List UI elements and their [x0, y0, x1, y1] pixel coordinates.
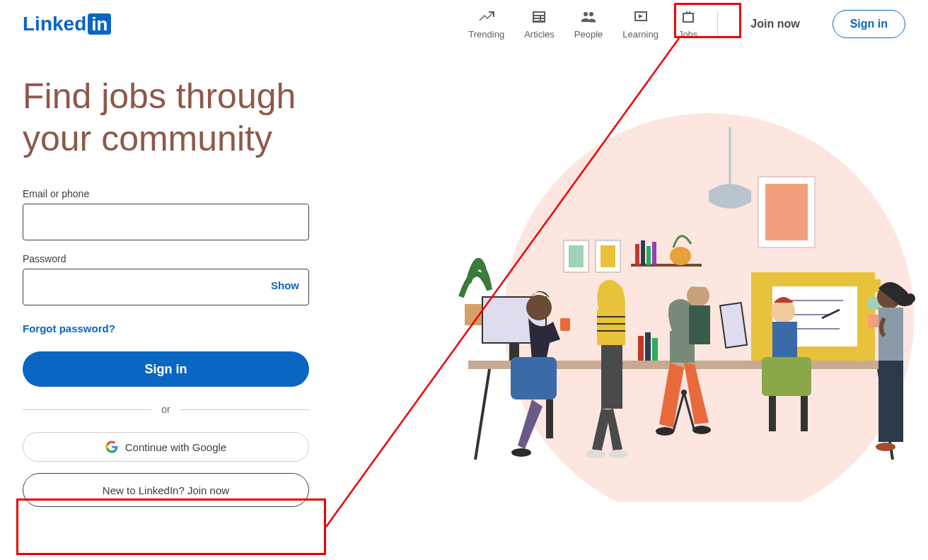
top-nav: Trending Articles People Learning Jobs J…: [468, 8, 905, 40]
svg-rect-12: [652, 242, 656, 265]
nav-trending[interactable]: Trending: [468, 8, 504, 40]
svg-rect-42: [601, 345, 622, 409]
nav-articles[interactable]: Articles: [524, 8, 555, 40]
svg-point-61: [905, 293, 915, 303]
logo-in-badge: in: [88, 13, 111, 35]
svg-rect-53: [689, 305, 710, 344]
svg-rect-11: [646, 246, 651, 265]
svg-rect-55: [772, 322, 797, 357]
svg-rect-36: [560, 318, 570, 331]
show-password-button[interactable]: Show: [271, 279, 299, 291]
svg-rect-33: [511, 357, 557, 399]
annotation-box-bottom: [16, 498, 326, 555]
svg-point-54: [771, 299, 795, 323]
learning-icon: [632, 8, 649, 25]
jobs-icon: [680, 8, 697, 25]
hero-headline: Find jobs through your community: [23, 75, 334, 160]
nav-label: People: [574, 29, 603, 40]
svg-rect-10: [641, 240, 645, 265]
svg-rect-57: [769, 396, 776, 431]
svg-point-47: [656, 427, 674, 436]
svg-rect-9: [635, 244, 639, 265]
svg-point-43: [586, 450, 605, 458]
new-join-now-button[interactable]: New to LinkedIn? Join now: [23, 473, 309, 507]
svg-point-64: [876, 443, 895, 451]
or-text: or: [161, 404, 170, 415]
email-input[interactable]: [23, 204, 309, 240]
svg-rect-6: [569, 245, 584, 267]
nav-label: Jobs: [678, 29, 697, 40]
people-icon: [580, 8, 597, 25]
nav-learning[interactable]: Learning: [622, 8, 659, 40]
svg-rect-28: [638, 336, 644, 361]
google-label: Continue with Google: [125, 441, 226, 453]
sign-in-button[interactable]: Sign in: [833, 10, 905, 38]
svg-rect-7: [601, 245, 615, 267]
articles-icon: [530, 8, 547, 25]
hero-illustration: [447, 106, 928, 502]
svg-rect-3: [765, 184, 808, 240]
svg-point-44: [608, 450, 628, 458]
forgot-password-link[interactable]: Forgot password?: [23, 322, 115, 334]
nav-divider: [717, 11, 718, 37]
google-icon: [105, 441, 118, 453]
or-separator: or: [23, 404, 309, 415]
logo-text: Linked: [23, 13, 86, 35]
trending-icon: [478, 8, 495, 25]
linkedin-logo[interactable]: Linked in: [23, 13, 111, 35]
email-label: Email or phone: [23, 188, 334, 199]
nav-jobs[interactable]: Jobs: [678, 8, 697, 40]
svg-rect-58: [801, 396, 808, 431]
svg-rect-38: [597, 310, 625, 345]
nav-label: Learning: [622, 29, 659, 40]
nav-people[interactable]: People: [574, 8, 603, 40]
svg-point-13: [670, 247, 691, 265]
svg-rect-56: [762, 357, 811, 396]
svg-line-16: [475, 369, 489, 460]
svg-point-52: [687, 284, 709, 307]
svg-rect-23: [868, 279, 881, 292]
join-now-link[interactable]: Join now: [738, 12, 812, 36]
svg-rect-30: [652, 338, 658, 361]
svg-rect-29: [645, 332, 651, 361]
svg-rect-65: [854, 350, 862, 361]
password-label: Password: [23, 253, 334, 264]
svg-point-32: [526, 295, 552, 320]
signin-button[interactable]: Sign in: [23, 351, 309, 387]
continue-with-google-button[interactable]: Continue with Google: [23, 432, 309, 462]
svg-rect-34: [546, 399, 553, 438]
svg-rect-63: [878, 361, 903, 442]
nav-label: Trending: [468, 29, 504, 40]
nav-label: Articles: [524, 29, 555, 40]
svg-point-35: [511, 448, 531, 457]
password-input[interactable]: [23, 269, 309, 305]
